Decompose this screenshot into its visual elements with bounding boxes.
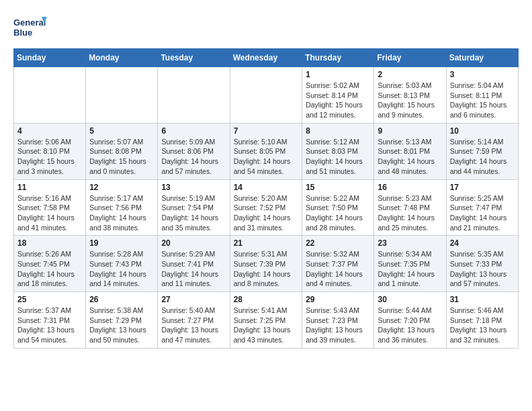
calendar-cell: 13Sunrise: 5:19 AM Sunset: 7:54 PM Dayli… — [158, 179, 230, 236]
day-info: Sunrise: 5:40 AM Sunset: 7:27 PM Dayligh… — [161, 306, 226, 345]
day-number: 7 — [234, 126, 299, 136]
calendar-cell: 27Sunrise: 5:40 AM Sunset: 7:27 PM Dayli… — [158, 292, 230, 349]
day-info: Sunrise: 5:26 AM Sunset: 7:45 PM Dayligh… — [17, 249, 82, 289]
day-info: Sunrise: 5:23 AM Sunset: 7:48 PM Dayligh… — [378, 193, 442, 233]
day-info: Sunrise: 5:28 AM Sunset: 7:43 PM Dayligh… — [89, 249, 154, 289]
day-info: Sunrise: 5:31 AM Sunset: 7:39 PM Dayligh… — [234, 249, 299, 289]
day-info: Sunrise: 5:13 AM Sunset: 8:01 PM Dayligh… — [378, 137, 442, 177]
day-number: 12 — [89, 183, 154, 192]
weekday-header-thursday: Thursday — [302, 49, 374, 67]
day-number: 28 — [234, 295, 299, 304]
logo-svg: General Blue — [13, 13, 47, 42]
weekday-header-saturday: Saturday — [446, 49, 518, 67]
calendar-cell — [86, 67, 158, 124]
day-info: Sunrise: 5:20 AM Sunset: 7:52 PM Dayligh… — [234, 193, 299, 233]
day-number: 27 — [161, 295, 226, 304]
day-info: Sunrise: 5:04 AM Sunset: 8:11 PM Dayligh… — [450, 81, 515, 120]
weekday-header-sunday: Sunday — [14, 49, 86, 67]
day-number: 6 — [161, 126, 226, 136]
day-number: 8 — [306, 126, 370, 136]
calendar-cell: 16Sunrise: 5:23 AM Sunset: 7:48 PM Dayli… — [374, 179, 446, 236]
day-info: Sunrise: 5:14 AM Sunset: 7:59 PM Dayligh… — [450, 137, 515, 177]
calendar-cell: 20Sunrise: 5:29 AM Sunset: 7:41 PM Dayli… — [158, 236, 230, 292]
day-info: Sunrise: 5:06 AM Sunset: 8:10 PM Dayligh… — [17, 137, 82, 177]
calendar-cell: 28Sunrise: 5:41 AM Sunset: 7:25 PM Dayli… — [230, 292, 302, 349]
calendar-week-5: 25Sunrise: 5:37 AM Sunset: 7:31 PM Dayli… — [14, 292, 519, 349]
calendar-cell: 22Sunrise: 5:32 AM Sunset: 7:37 PM Dayli… — [302, 236, 374, 292]
calendar-cell: 19Sunrise: 5:28 AM Sunset: 7:43 PM Dayli… — [86, 236, 158, 292]
day-number: 16 — [378, 183, 442, 192]
calendar-cell — [230, 67, 302, 124]
calendar-cell: 4Sunrise: 5:06 AM Sunset: 8:10 PM Daylig… — [14, 123, 86, 179]
day-info: Sunrise: 5:37 AM Sunset: 7:31 PM Dayligh… — [17, 306, 82, 345]
day-number: 1 — [306, 70, 370, 79]
day-number: 3 — [450, 70, 515, 79]
day-info: Sunrise: 5:16 AM Sunset: 7:58 PM Dayligh… — [17, 193, 82, 233]
day-info: Sunrise: 5:35 AM Sunset: 7:33 PM Dayligh… — [450, 249, 515, 289]
weekday-header-monday: Monday — [86, 49, 158, 67]
day-number: 18 — [17, 238, 82, 248]
day-number: 11 — [17, 183, 82, 192]
day-info: Sunrise: 5:03 AM Sunset: 8:13 PM Dayligh… — [378, 81, 442, 120]
calendar-cell: 2Sunrise: 5:03 AM Sunset: 8:13 PM Daylig… — [374, 67, 446, 124]
calendar-cell: 31Sunrise: 5:46 AM Sunset: 7:18 PM Dayli… — [446, 292, 518, 349]
day-info: Sunrise: 5:19 AM Sunset: 7:54 PM Dayligh… — [161, 193, 226, 233]
day-info: Sunrise: 5:41 AM Sunset: 7:25 PM Dayligh… — [234, 306, 299, 345]
calendar-cell: 21Sunrise: 5:31 AM Sunset: 7:39 PM Dayli… — [230, 236, 302, 292]
calendar-cell: 8Sunrise: 5:12 AM Sunset: 8:03 PM Daylig… — [302, 123, 374, 179]
calendar-cell: 7Sunrise: 5:10 AM Sunset: 8:05 PM Daylig… — [230, 123, 302, 179]
day-info: Sunrise: 5:34 AM Sunset: 7:35 PM Dayligh… — [378, 249, 442, 289]
day-number: 10 — [450, 126, 515, 136]
day-info: Sunrise: 5:25 AM Sunset: 7:47 PM Dayligh… — [450, 193, 515, 233]
day-number: 24 — [450, 238, 515, 248]
day-number: 26 — [89, 295, 154, 304]
calendar-cell: 1Sunrise: 5:02 AM Sunset: 8:14 PM Daylig… — [302, 67, 374, 124]
day-info: Sunrise: 5:43 AM Sunset: 7:23 PM Dayligh… — [306, 306, 370, 345]
calendar-week-1: 1Sunrise: 5:02 AM Sunset: 8:14 PM Daylig… — [14, 67, 519, 124]
day-number: 21 — [234, 238, 299, 248]
day-info: Sunrise: 5:38 AM Sunset: 7:29 PM Dayligh… — [89, 306, 154, 345]
day-info: Sunrise: 5:07 AM Sunset: 8:08 PM Dayligh… — [89, 137, 154, 177]
calendar-cell: 24Sunrise: 5:35 AM Sunset: 7:33 PM Dayli… — [446, 236, 518, 292]
day-info: Sunrise: 5:46 AM Sunset: 7:18 PM Dayligh… — [450, 306, 515, 345]
calendar-week-3: 11Sunrise: 5:16 AM Sunset: 7:58 PM Dayli… — [14, 179, 519, 236]
calendar-cell: 5Sunrise: 5:07 AM Sunset: 8:08 PM Daylig… — [86, 123, 158, 179]
day-info: Sunrise: 5:09 AM Sunset: 8:06 PM Dayligh… — [161, 137, 226, 177]
day-info: Sunrise: 5:12 AM Sunset: 8:03 PM Dayligh… — [306, 137, 370, 177]
calendar-week-4: 18Sunrise: 5:26 AM Sunset: 7:45 PM Dayli… — [14, 236, 519, 292]
day-number: 29 — [306, 295, 370, 304]
day-number: 22 — [306, 238, 370, 248]
weekday-header-wednesday: Wednesday — [230, 49, 302, 67]
calendar-cell: 11Sunrise: 5:16 AM Sunset: 7:58 PM Dayli… — [14, 179, 86, 236]
svg-text:Blue: Blue — [13, 28, 32, 38]
day-number: 25 — [17, 295, 82, 304]
day-info: Sunrise: 5:44 AM Sunset: 7:20 PM Dayligh… — [378, 306, 442, 345]
calendar-cell: 9Sunrise: 5:13 AM Sunset: 8:01 PM Daylig… — [374, 123, 446, 179]
day-info: Sunrise: 5:10 AM Sunset: 8:05 PM Dayligh… — [234, 137, 299, 177]
calendar-cell: 14Sunrise: 5:20 AM Sunset: 7:52 PM Dayli… — [230, 179, 302, 236]
calendar-cell: 25Sunrise: 5:37 AM Sunset: 7:31 PM Dayli… — [14, 292, 86, 349]
day-info: Sunrise: 5:17 AM Sunset: 7:56 PM Dayligh… — [89, 193, 154, 233]
calendar-cell — [158, 67, 230, 124]
day-info: Sunrise: 5:32 AM Sunset: 7:37 PM Dayligh… — [306, 249, 370, 289]
calendar-cell: 15Sunrise: 5:22 AM Sunset: 7:50 PM Dayli… — [302, 179, 374, 236]
calendar-cell: 17Sunrise: 5:25 AM Sunset: 7:47 PM Dayli… — [446, 179, 518, 236]
day-info: Sunrise: 5:29 AM Sunset: 7:41 PM Dayligh… — [161, 249, 226, 289]
day-number: 23 — [378, 238, 442, 248]
weekday-header-tuesday: Tuesday — [158, 49, 230, 67]
calendar-cell: 3Sunrise: 5:04 AM Sunset: 8:11 PM Daylig… — [446, 67, 518, 124]
calendar-cell: 10Sunrise: 5:14 AM Sunset: 7:59 PM Dayli… — [446, 123, 518, 179]
calendar-table: SundayMondayTuesdayWednesdayThursdayFrid… — [13, 48, 519, 349]
day-number: 20 — [161, 238, 226, 248]
day-number: 4 — [17, 126, 82, 136]
day-number: 2 — [378, 70, 442, 79]
day-number: 14 — [234, 183, 299, 192]
day-info: Sunrise: 5:22 AM Sunset: 7:50 PM Dayligh… — [306, 193, 370, 233]
day-number: 13 — [161, 183, 226, 192]
calendar-header-row: SundayMondayTuesdayWednesdayThursdayFrid… — [14, 49, 519, 67]
day-number: 30 — [378, 295, 442, 304]
calendar-cell: 6Sunrise: 5:09 AM Sunset: 8:06 PM Daylig… — [158, 123, 230, 179]
calendar-cell: 30Sunrise: 5:44 AM Sunset: 7:20 PM Dayli… — [374, 292, 446, 349]
calendar-cell — [14, 67, 86, 124]
calendar-cell: 26Sunrise: 5:38 AM Sunset: 7:29 PM Dayli… — [86, 292, 158, 349]
